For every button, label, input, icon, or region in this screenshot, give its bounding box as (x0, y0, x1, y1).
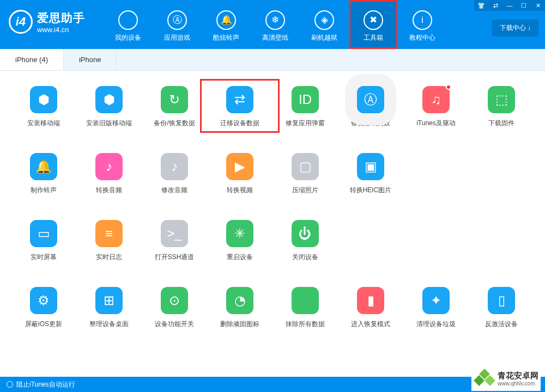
tool-icon: ▮ (357, 287, 384, 314)
tool-0-7[interactable]: ⬚下载固件 (469, 86, 534, 128)
tool-0-4[interactable]: ID修复应用弹窗 (272, 86, 338, 128)
tool-label: 压缩照片 (292, 186, 318, 195)
tool-icon: ♪ (95, 153, 123, 180)
tool-label: 实时屏幕 (31, 253, 57, 262)
tool-icon: ▢ (292, 153, 319, 180)
tool-icon: ⏻ (292, 220, 319, 247)
tool-3-3[interactable]: ◔删除顽固图标 (207, 287, 272, 329)
tool-2-1[interactable]: ≡实时日志 (76, 220, 142, 262)
nav-item-4[interactable]: ◈刷机越狱 (300, 0, 349, 49)
tool-label: 重启设备 (227, 253, 253, 262)
tool-icon: ⊞ (95, 287, 123, 314)
tool-label: iTunes及驱动 (416, 119, 456, 128)
tool-label: 整理设备桌面 (89, 320, 129, 329)
watermark-icon (474, 368, 495, 390)
tool-2-4[interactable]: ⏻关闭设备 (272, 220, 338, 262)
tool-3-0[interactable]: ⚙屏蔽iOS更新 (11, 287, 76, 329)
tool-0-5[interactable]: Ⓐ修复游戏失效 (338, 86, 403, 128)
tool-0-0[interactable]: ⬢安装移动端 (11, 86, 76, 128)
tool-1-1[interactable]: ♪转换音频 (76, 153, 142, 195)
tab-1[interactable]: iPhone (64, 49, 117, 70)
tool-icon: ✳ (226, 220, 253, 247)
tool-2-2[interactable]: >_打开SSH通道 (142, 220, 207, 262)
tool-0-2[interactable]: ↻备份/恢复数据 (142, 86, 207, 128)
tool-icon: ▯ (488, 287, 515, 314)
maximize-button[interactable]: ☐ (517, 0, 531, 11)
tool-0-1[interactable]: ⬢安装旧版移动端 (76, 86, 142, 128)
tool-label: 打开SSH通道 (155, 253, 195, 262)
nav-item-3[interactable]: ❄高清壁纸 (251, 0, 300, 49)
tool-label: 反激活设备 (485, 320, 518, 329)
status-bar: 阻止iTunes自动运行 V7. (0, 377, 545, 392)
tool-label: 清理设备垃圾 (416, 320, 456, 329)
tool-icon: ♪ (161, 153, 188, 180)
tool-label: 屏蔽iOS更新 (25, 320, 62, 329)
tool-icon: ID (292, 86, 319, 113)
tool-1-3[interactable]: ▶转换视频 (207, 153, 272, 195)
tool-icon: ▭ (30, 220, 57, 247)
nav-icon: 🔔 (216, 10, 236, 30)
nav-icon (118, 10, 138, 30)
logo-icon: i4 (9, 10, 33, 34)
logo: i4 爱思助手 www.i4.cn (0, 0, 104, 34)
tool-3-6[interactable]: ✦清理设备垃圾 (403, 287, 469, 329)
device-tabs: iPhone (4)iPhone (0, 49, 545, 71)
nav-icon: i (413, 10, 432, 30)
nav-item-6[interactable]: i教程中心 (398, 0, 447, 49)
tool-icon: ⬢ (30, 86, 57, 113)
tool-icon: ≡ (95, 220, 123, 247)
nav-label: 刷机越狱 (311, 33, 337, 42)
tool-label: 安装旧版移动端 (86, 119, 132, 128)
tool-icon: ▣ (357, 153, 384, 180)
tool-icon (292, 287, 319, 314)
tool-label: 转换视频 (227, 186, 253, 195)
tool-label: 修复游戏失效 (351, 119, 390, 128)
tool-icon: ⚙ (30, 287, 57, 314)
tool-0-3[interactable]: ⇄迁移设备数据 (204, 83, 276, 129)
close-button[interactable]: ✕ (531, 0, 545, 11)
tool-label: 关闭设备 (292, 253, 318, 262)
tool-icon: Ⓐ (357, 86, 384, 113)
tool-icon: 🔔 (30, 153, 57, 180)
tool-label: 迁移设备数据 (220, 119, 259, 128)
nav-item-5[interactable]: ✖工具箱 (349, 0, 398, 49)
tool-1-4[interactable]: ▢压缩照片 (272, 153, 338, 195)
tool-2-0[interactable]: ▭实时屏幕 (11, 220, 76, 262)
tool-3-5[interactable]: ▮进入恢复模式 (338, 287, 403, 329)
tool-1-5[interactable]: ▣转换HEIC图片 (338, 153, 403, 195)
nav-item-1[interactable]: Ⓐ应用游戏 (153, 0, 202, 49)
nav-item-2[interactable]: 🔔酷炫铃声 (202, 0, 251, 49)
theme-button[interactable]: 👕 (474, 0, 488, 11)
tool-icon: ↻ (161, 86, 188, 113)
nav-icon: ✖ (364, 10, 383, 30)
watermark: 青花安卓网 www.qhhlv.com (471, 367, 541, 391)
tool-2-3[interactable]: ✳重启设备 (207, 220, 272, 262)
tool-3-7[interactable]: ▯反激活设备 (469, 287, 534, 329)
tool-label: 备份/恢复数据 (154, 119, 195, 128)
minimize-button[interactable]: — (502, 0, 517, 11)
tool-3-1[interactable]: ⊞整理设备桌面 (76, 287, 142, 329)
download-center-button[interactable]: 下载中心 ↓ (492, 20, 538, 36)
nav-label: 高清壁纸 (262, 33, 288, 42)
switch-button[interactable]: ⇄ (488, 0, 502, 11)
header: i4 爱思助手 www.i4.cn 我的设备Ⓐ应用游戏🔔酷炫铃声❄高清壁纸◈刷机… (0, 0, 545, 49)
tool-3-2[interactable]: ⊙设备功能开关 (142, 287, 207, 329)
watermark-sub: www.qhhlv.com (498, 381, 538, 387)
tool-label: 修改音频 (161, 186, 187, 195)
tool-0-6[interactable]: ♫iTunes及驱动 (403, 86, 469, 128)
nav-label: 教程中心 (409, 33, 435, 42)
tool-3-4[interactable]: 抹除所有数据 (272, 287, 338, 329)
radio-icon[interactable] (7, 381, 13, 388)
tab-0[interactable]: iPhone (4) (0, 49, 64, 70)
tool-icon: ▶ (226, 153, 253, 180)
tool-label: 转换HEIC图片 (350, 186, 392, 195)
nav-item-0[interactable]: 我的设备 (104, 0, 153, 49)
tool-label: 安装移动端 (27, 119, 60, 128)
tool-1-0[interactable]: 🔔制作铃声 (11, 153, 76, 195)
tool-icon: ◔ (226, 287, 253, 314)
tool-label: 抹除所有数据 (286, 320, 325, 329)
tool-label: 设备功能开关 (155, 320, 194, 329)
tool-1-2[interactable]: ♪修改音频 (142, 153, 207, 195)
tool-icon: ⊙ (161, 287, 188, 314)
tool-icon: ✦ (422, 287, 450, 314)
